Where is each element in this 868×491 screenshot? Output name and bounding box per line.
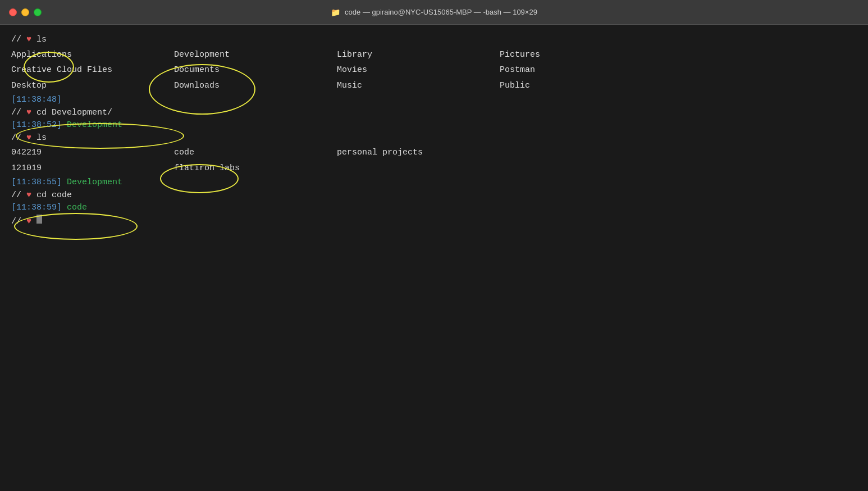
ls-dev-item-042219: 042219 <box>11 146 174 160</box>
command-cd-code: // ♥ cd code <box>11 189 857 202</box>
ls-dev-item-empty <box>500 146 663 160</box>
prompt-1: // <box>11 34 26 47</box>
ls-item-library: Library <box>337 48 500 62</box>
ls-item-movies: Movies <box>337 63 500 78</box>
ls-item-creative-cloud: Creative Cloud Files <box>11 63 174 78</box>
command-cd-development: // ♥ cd Development/ <box>11 107 857 120</box>
current-prompt: // ♥ <box>11 215 857 229</box>
ls-dev-output-row2: 121019 flatiron labs <box>11 161 857 176</box>
ls-item-downloads: Downloads <box>174 79 337 93</box>
ls-item-desktop: Desktop <box>11 79 174 93</box>
ls-item-development: Development <box>174 48 337 62</box>
window-controls[interactable] <box>9 8 42 16</box>
ls-dev-output-row1: 042219 code personal projects <box>11 146 857 160</box>
ls-output-row2: Creative Cloud Files Documents Movies Po… <box>11 63 857 78</box>
timestamp-4: [11:38:59] code <box>11 202 857 215</box>
cursor-block <box>36 215 42 224</box>
timestamp-1: [11:38:48] <box>11 94 857 107</box>
window-title: 📁 code — gpiraino@NYC-US15065-MBP — -bas… <box>331 8 537 17</box>
ls-dev-item-personal: personal projects <box>337 146 500 160</box>
ls-dev-item-code: code <box>174 146 337 160</box>
timestamp-3: [11:38:55] Development <box>11 176 857 189</box>
ls-output-row3: Desktop Downloads Music Public <box>11 79 857 93</box>
terminal-content[interactable]: // ♥ ls Applications Development Library… <box>0 25 868 237</box>
ls-dev-item-empty2 <box>337 161 500 176</box>
ls-item-applications: Applications <box>11 48 174 62</box>
ls-dev-item-121019: 121019 <box>11 161 174 176</box>
ls-output-row1: Applications Development Library Picture… <box>11 48 857 62</box>
minimize-button[interactable] <box>21 8 29 16</box>
close-button[interactable] <box>9 8 17 16</box>
maximize-button[interactable] <box>34 8 42 16</box>
titlebar: 📁 code — gpiraino@NYC-US15065-MBP — -bas… <box>0 0 868 25</box>
command-line-ls-2: // ♥ ls <box>11 132 857 145</box>
ls-item-pictures: Pictures <box>500 48 663 62</box>
timestamp-2: [11:38:52] Development <box>11 119 857 132</box>
ls-dev-item-flatiron: flatiron labs <box>174 161 337 176</box>
ls-item-music: Music <box>337 79 500 93</box>
ls-dev-item-empty3 <box>500 161 663 176</box>
ls-item-public: Public <box>500 79 663 93</box>
folder-icon: 📁 <box>331 8 340 17</box>
ls-item-documents: Documents <box>174 63 337 78</box>
ls-item-postman: Postman <box>500 63 663 78</box>
command-line-ls: // ♥ ls <box>11 34 857 47</box>
